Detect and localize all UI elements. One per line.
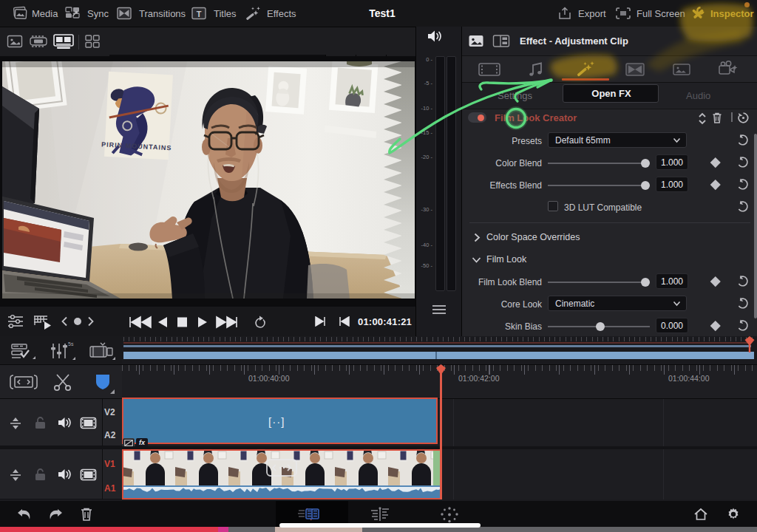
svg-text:5s: 5s [68, 341, 74, 347]
svg-text:T: T [197, 10, 202, 18]
